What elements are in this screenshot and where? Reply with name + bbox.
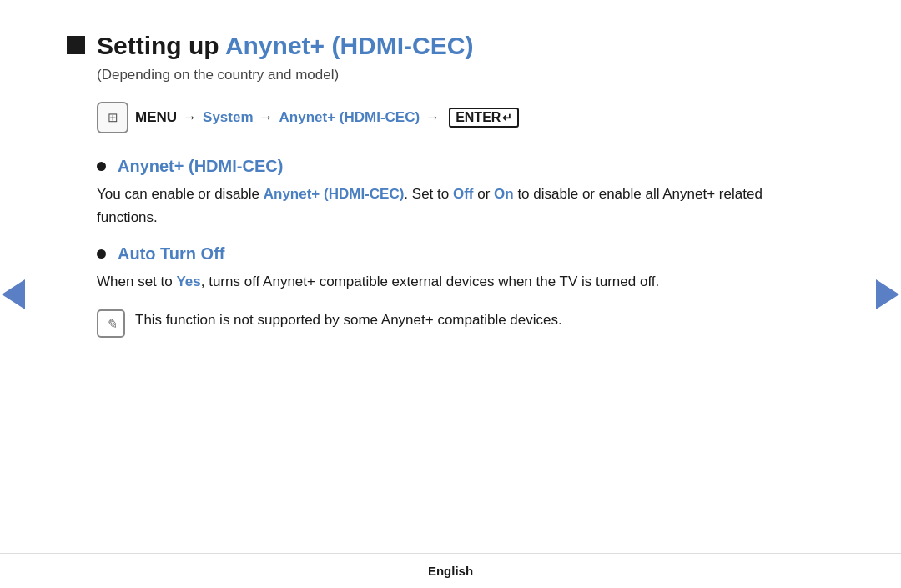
footer-language: English: [428, 564, 473, 578]
section-auto-turn-off: Auto Turn Off When set to Yes, turns off…: [97, 244, 826, 294]
anynet-body-text-3: or: [473, 186, 494, 202]
anynet-body-text-2: . Set to: [404, 186, 453, 202]
enter-text: ENTER: [456, 110, 501, 125]
menu-anynet: Anynet+ (HDMI-CEC): [279, 109, 420, 126]
menu-icon: ⊞: [97, 102, 128, 133]
bullet-dot-anynet: [97, 162, 106, 171]
section-auto-label: Auto Turn Off: [118, 244, 224, 264]
enter-arrow-icon: ↵: [502, 111, 512, 124]
menu-line: ⊞ MENU → System → Anynet+ (HDMI-CEC) → E…: [97, 102, 826, 133]
menu-arrow-1: →: [183, 109, 197, 126]
section-anynet-body: You can enable or disable Anynet+ (HDMI-…: [97, 183, 826, 229]
menu-arrow-2: →: [259, 109, 274, 126]
bullet-row-anynet: Anynet+ (HDMI-CEC): [97, 157, 826, 176]
anynet-body-blue-1: Anynet+ (HDMI-CEC): [264, 186, 405, 202]
note-row: ✎ This function is not supported by some…: [97, 309, 826, 338]
auto-body-text-2: , turns off Anynet+ compatible external …: [201, 274, 660, 289]
menu-label: MENU: [135, 109, 177, 126]
section-auto-body: When set to Yes, turns off Anynet+ compa…: [97, 270, 826, 294]
heading-square-icon: [67, 36, 85, 54]
section-anynet: Anynet+ (HDMI-CEC) You can enable or dis…: [97, 157, 826, 229]
page-container: Setting up Anynet+ (HDMI-CEC) (Depending…: [0, 0, 901, 588]
section-anynet-label: Anynet+ (HDMI-CEC): [118, 157, 283, 176]
heading-row: Setting up Anynet+ (HDMI-CEC): [67, 32, 826, 60]
auto-body-yes: Yes: [176, 274, 200, 289]
enter-button-label: ENTER↵: [449, 108, 519, 128]
menu-system: System: [203, 109, 253, 126]
menu-arrow-3: →: [425, 109, 440, 126]
note-icon: ✎: [97, 309, 125, 338]
subtitle: (Depending on the country and model): [97, 67, 826, 83]
heading-prefix: Setting up: [97, 32, 225, 59]
anynet-body-off: Off: [453, 186, 474, 202]
bullet-dot-auto: [97, 249, 106, 259]
bullet-row-auto: Auto Turn Off: [97, 244, 826, 264]
anynet-body-on: On: [494, 186, 514, 202]
auto-body-text-1: When set to: [97, 274, 176, 289]
page-footer: English: [0, 553, 901, 588]
note-text: This function is not supported by some A…: [135, 309, 562, 331]
anynet-body-text-1: You can enable or disable: [97, 186, 264, 202]
content-area: Setting up Anynet+ (HDMI-CEC) (Depending…: [0, 0, 901, 553]
page-title: Setting up Anynet+ (HDMI-CEC): [97, 32, 473, 60]
heading-title: Anynet+ (HDMI-CEC): [225, 32, 474, 59]
